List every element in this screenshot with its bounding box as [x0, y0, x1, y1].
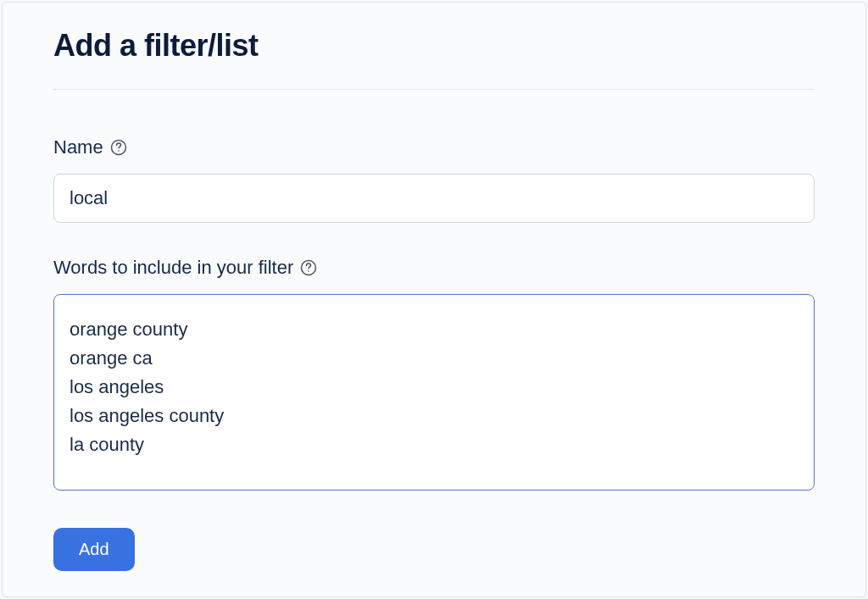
name-label-text: Name [53, 136, 103, 158]
add-button[interactable]: Add [53, 528, 135, 571]
words-label-text: Words to include in your filter [53, 257, 293, 279]
name-field-group: Name [53, 136, 815, 223]
divider [53, 89, 815, 90]
add-filter-form: Add a filter/list Name Words to include … [2, 2, 866, 597]
words-field-group: Words to include in your filter [53, 257, 815, 494]
svg-point-3 [308, 270, 309, 272]
words-label: Words to include in your filter [53, 257, 815, 279]
name-label: Name [53, 136, 815, 158]
name-input[interactable] [53, 174, 815, 223]
words-textarea[interactable] [53, 294, 815, 491]
page-title: Add a filter/list [53, 28, 815, 64]
help-circle-icon[interactable] [300, 259, 317, 276]
svg-point-1 [118, 150, 120, 152]
help-circle-icon[interactable] [110, 139, 127, 156]
